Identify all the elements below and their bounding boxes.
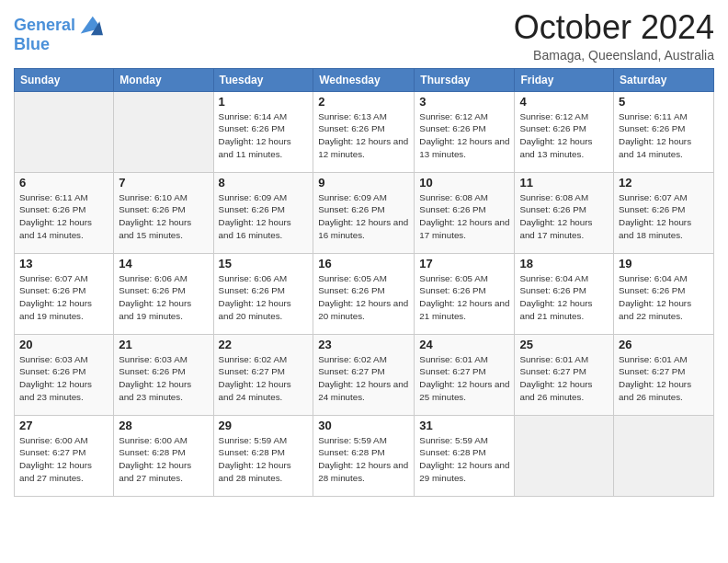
day-cell: 12Sunrise: 6:07 AM Sunset: 6:26 PM Dayli… (614, 172, 714, 253)
day-info: Sunrise: 6:12 AM Sunset: 6:26 PM Dayligh… (519, 110, 609, 161)
day-cell: 11Sunrise: 6:08 AM Sunset: 6:26 PM Dayli… (515, 172, 614, 253)
day-info: Sunrise: 6:01 AM Sunset: 6:27 PM Dayligh… (619, 353, 709, 404)
day-cell: 8Sunrise: 6:09 AM Sunset: 6:26 PM Daylig… (213, 172, 313, 253)
day-cell: 1Sunrise: 6:14 AM Sunset: 6:26 PM Daylig… (213, 91, 313, 172)
day-number: 7 (119, 176, 208, 190)
day-cell (614, 415, 714, 496)
week-row-2: 13Sunrise: 6:07 AM Sunset: 6:26 PM Dayli… (15, 253, 714, 334)
weekday-header-tuesday: Tuesday (213, 68, 313, 91)
day-info: Sunrise: 6:10 AM Sunset: 6:26 PM Dayligh… (119, 191, 208, 242)
logo-general: General (14, 16, 75, 34)
day-info: Sunrise: 6:11 AM Sunset: 6:26 PM Dayligh… (619, 110, 709, 161)
weekday-header-monday: Monday (114, 68, 213, 91)
day-info: Sunrise: 5:59 AM Sunset: 6:28 PM Dayligh… (318, 434, 409, 485)
weekday-header-friday: Friday (515, 68, 614, 91)
day-info: Sunrise: 6:12 AM Sunset: 6:26 PM Dayligh… (419, 110, 509, 161)
day-info: Sunrise: 6:08 AM Sunset: 6:26 PM Dayligh… (519, 191, 609, 242)
day-number: 19 (619, 257, 709, 270)
day-info: Sunrise: 5:59 AM Sunset: 6:28 PM Dayligh… (419, 434, 509, 485)
day-cell: 18Sunrise: 6:04 AM Sunset: 6:26 PM Dayli… (515, 253, 614, 334)
day-cell: 3Sunrise: 6:12 AM Sunset: 6:26 PM Daylig… (415, 91, 515, 172)
weekday-header-thursday: Thursday (415, 68, 515, 91)
weekday-row: SundayMondayTuesdayWednesdayThursdayFrid… (15, 68, 714, 91)
day-cell: 29Sunrise: 5:59 AM Sunset: 6:28 PM Dayli… (213, 415, 313, 496)
day-cell: 24Sunrise: 6:01 AM Sunset: 6:27 PM Dayli… (415, 334, 515, 415)
day-cell: 2Sunrise: 6:13 AM Sunset: 6:26 PM Daylig… (313, 91, 415, 172)
weekday-header-sunday: Sunday (15, 68, 114, 91)
day-cell: 5Sunrise: 6:11 AM Sunset: 6:26 PM Daylig… (614, 91, 714, 172)
week-row-4: 27Sunrise: 6:00 AM Sunset: 6:27 PM Dayli… (15, 415, 714, 496)
month-title: October 2024 (514, 9, 714, 46)
calendar: SundayMondayTuesdayWednesdayThursdayFrid… (14, 68, 714, 497)
day-info: Sunrise: 6:03 AM Sunset: 6:26 PM Dayligh… (119, 353, 208, 404)
day-cell: 27Sunrise: 6:00 AM Sunset: 6:27 PM Dayli… (15, 415, 114, 496)
day-cell: 19Sunrise: 6:04 AM Sunset: 6:26 PM Dayli… (614, 253, 714, 334)
day-info: Sunrise: 6:07 AM Sunset: 6:26 PM Dayligh… (619, 191, 709, 242)
location: Bamaga, Queensland, Australia (514, 48, 714, 63)
day-cell: 28Sunrise: 6:00 AM Sunset: 6:28 PM Dayli… (114, 415, 213, 496)
day-cell: 9Sunrise: 6:09 AM Sunset: 6:26 PM Daylig… (313, 172, 415, 253)
day-number: 2 (318, 95, 409, 109)
day-number: 22 (219, 338, 309, 351)
day-info: Sunrise: 6:07 AM Sunset: 6:26 PM Dayligh… (19, 272, 108, 323)
day-number: 24 (419, 338, 509, 351)
day-cell: 23Sunrise: 6:02 AM Sunset: 6:27 PM Dayli… (313, 334, 415, 415)
day-number: 26 (619, 338, 709, 351)
weekday-header-saturday: Saturday (614, 68, 714, 91)
page: { "header": { "logo_line1": "General", "… (0, 0, 728, 563)
day-cell: 16Sunrise: 6:05 AM Sunset: 6:26 PM Dayli… (313, 253, 415, 334)
day-number: 17 (419, 257, 509, 270)
day-number: 14 (119, 257, 208, 270)
calendar-body: 1Sunrise: 6:14 AM Sunset: 6:26 PM Daylig… (15, 91, 714, 496)
day-cell (515, 415, 614, 496)
day-info: Sunrise: 6:01 AM Sunset: 6:27 PM Dayligh… (419, 353, 509, 404)
day-number: 18 (519, 257, 609, 270)
day-info: Sunrise: 6:04 AM Sunset: 6:26 PM Dayligh… (519, 272, 609, 323)
day-number: 20 (19, 338, 108, 351)
day-info: Sunrise: 6:13 AM Sunset: 6:26 PM Dayligh… (318, 110, 409, 161)
day-info: Sunrise: 6:01 AM Sunset: 6:27 PM Dayligh… (519, 353, 609, 404)
day-cell (114, 91, 213, 172)
day-number: 27 (19, 419, 108, 432)
day-cell: 26Sunrise: 6:01 AM Sunset: 6:27 PM Dayli… (614, 334, 714, 415)
day-info: Sunrise: 6:02 AM Sunset: 6:27 PM Dayligh… (318, 353, 409, 404)
day-cell: 13Sunrise: 6:07 AM Sunset: 6:26 PM Dayli… (15, 253, 114, 334)
day-number: 8 (219, 176, 309, 190)
day-number: 6 (19, 176, 108, 190)
week-row-3: 20Sunrise: 6:03 AM Sunset: 6:26 PM Dayli… (15, 334, 714, 415)
day-number: 5 (619, 95, 709, 109)
day-number: 15 (219, 257, 309, 270)
day-number: 23 (318, 338, 409, 351)
day-cell: 15Sunrise: 6:06 AM Sunset: 6:26 PM Dayli… (213, 253, 313, 334)
day-info: Sunrise: 6:00 AM Sunset: 6:27 PM Dayligh… (19, 434, 108, 485)
day-number: 28 (119, 419, 208, 432)
day-number: 1 (219, 95, 309, 109)
day-info: Sunrise: 6:06 AM Sunset: 6:26 PM Dayligh… (119, 272, 208, 323)
calendar-header: SundayMondayTuesdayWednesdayThursdayFrid… (15, 68, 714, 91)
day-info: Sunrise: 6:05 AM Sunset: 6:26 PM Dayligh… (419, 272, 509, 323)
day-number: 16 (318, 257, 409, 270)
day-cell: 14Sunrise: 6:06 AM Sunset: 6:26 PM Dayli… (114, 253, 213, 334)
day-cell: 25Sunrise: 6:01 AM Sunset: 6:27 PM Dayli… (515, 334, 614, 415)
day-info: Sunrise: 6:05 AM Sunset: 6:26 PM Dayligh… (318, 272, 409, 323)
day-number: 31 (419, 419, 509, 432)
day-number: 3 (419, 95, 509, 109)
day-cell: 21Sunrise: 6:03 AM Sunset: 6:26 PM Dayli… (114, 334, 213, 415)
day-number: 13 (19, 257, 108, 270)
weekday-header-wednesday: Wednesday (313, 68, 415, 91)
title-block: October 2024 Bamaga, Queensland, Austral… (514, 9, 714, 63)
day-number: 12 (619, 176, 709, 190)
header: General Blue October 2024 Bamaga, Queens… (14, 9, 714, 63)
day-cell: 30Sunrise: 5:59 AM Sunset: 6:28 PM Dayli… (313, 415, 415, 496)
day-number: 29 (219, 419, 309, 432)
day-number: 10 (419, 176, 509, 190)
day-cell (15, 91, 114, 172)
day-info: Sunrise: 6:08 AM Sunset: 6:26 PM Dayligh… (419, 191, 509, 242)
day-number: 4 (519, 95, 609, 109)
day-cell: 10Sunrise: 6:08 AM Sunset: 6:26 PM Dayli… (415, 172, 515, 253)
day-number: 11 (519, 176, 609, 190)
day-info: Sunrise: 6:11 AM Sunset: 6:26 PM Dayligh… (19, 191, 108, 242)
day-number: 25 (519, 338, 609, 351)
day-cell: 7Sunrise: 6:10 AM Sunset: 6:26 PM Daylig… (114, 172, 213, 253)
day-number: 30 (318, 419, 409, 432)
